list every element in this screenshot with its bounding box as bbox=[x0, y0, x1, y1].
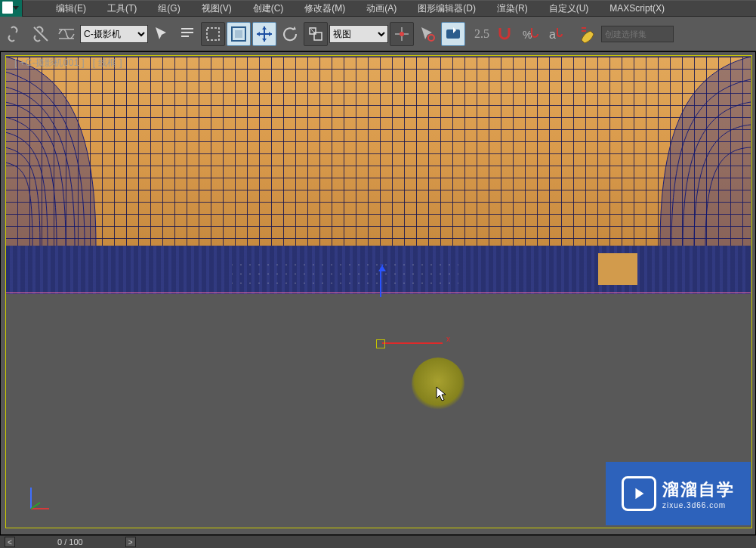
bind-spacewarp-icon[interactable] bbox=[54, 22, 79, 46]
watermark-url: zixue.3d66.com bbox=[662, 501, 735, 509]
rotate-icon[interactable] bbox=[278, 22, 302, 46]
main-toolbar: C-摄影机 视图 2.5 % a bbox=[0, 17, 756, 51]
svg-rect-0 bbox=[207, 28, 219, 40]
unlink-icon[interactable] bbox=[29, 22, 53, 46]
selection-region-icon[interactable] bbox=[201, 22, 225, 46]
scene-curve-right bbox=[637, 57, 751, 246]
use-pivot-icon[interactable] bbox=[390, 22, 414, 46]
menu-tools[interactable]: 工具(T) bbox=[97, 1, 147, 16]
edit-named-sel-icon[interactable] bbox=[575, 22, 600, 46]
menu-bar: 编辑(E) 工具(T) 组(G) 视图(V) 创建(C) 修改器(M) 动画(A… bbox=[0, 0, 756, 17]
svg-point-5 bbox=[400, 32, 404, 36]
scale-icon[interactable] bbox=[304, 22, 328, 46]
viewport-label[interactable]: [ +C-摄影机001 ] [ 线框 ] bbox=[14, 57, 122, 70]
viewport[interactable]: z x [ +C-摄影机001 ] [ 线框 ] 溜溜自学 zixue.3d66… bbox=[0, 51, 756, 535]
time-slider-bar: < 0 / 100 > bbox=[0, 535, 756, 548]
menu-rendering[interactable]: 渲染(R) bbox=[486, 1, 538, 16]
gizmo-z-axis bbox=[380, 270, 381, 297]
watermark-badge: 溜溜自学 zixue.3d66.com bbox=[606, 462, 751, 525]
select-manipulate-icon[interactable] bbox=[415, 22, 440, 46]
menu-modifiers[interactable]: 修改器(M) bbox=[294, 1, 356, 16]
menu-views[interactable]: 视图(V) bbox=[191, 1, 242, 16]
named-selection-input[interactable] bbox=[601, 26, 674, 42]
svg-text:a: a bbox=[549, 28, 556, 41]
scene-curve-left bbox=[5, 57, 119, 246]
app-menu-icon[interactable] bbox=[0, 0, 23, 17]
menu-maxscript[interactable]: MAXScript(X) bbox=[599, 1, 675, 16]
scene-strip bbox=[5, 246, 751, 294]
svg-text:%: % bbox=[523, 29, 532, 41]
scene-mesh-panel bbox=[5, 57, 751, 246]
menu-group[interactable]: 组(G) bbox=[147, 1, 190, 16]
svg-point-6 bbox=[428, 35, 434, 41]
menu-grapheditor[interactable]: 图形编辑器(D) bbox=[407, 1, 486, 16]
select-cursor-icon[interactable] bbox=[150, 22, 174, 46]
frame-counter: 0 / 100 bbox=[21, 537, 119, 546]
menu-edit[interactable]: 编辑(E) bbox=[45, 1, 97, 16]
angle-snap-icon[interactable]: % bbox=[518, 22, 542, 46]
link-icon[interactable] bbox=[3, 22, 27, 46]
time-scroll-right[interactable]: > bbox=[125, 537, 136, 547]
select-by-name-icon[interactable] bbox=[175, 22, 199, 46]
menu-customize[interactable]: 自定义(U) bbox=[538, 1, 600, 16]
move-icon[interactable] bbox=[252, 22, 276, 46]
snap-toggle-icon[interactable] bbox=[492, 22, 517, 46]
svg-rect-2 bbox=[235, 30, 242, 38]
viewport-selector[interactable]: C-摄影机 bbox=[80, 25, 148, 43]
window-crossing-icon[interactable] bbox=[227, 22, 251, 46]
menu-create[interactable]: 创建(C) bbox=[242, 1, 295, 16]
gizmo-z-label: z bbox=[380, 262, 384, 271]
ref-coord-selector[interactable]: 视图 bbox=[329, 25, 388, 43]
time-scroll-left[interactable]: < bbox=[5, 537, 15, 547]
snap-value-label: 2.5 bbox=[473, 27, 491, 41]
menu-animation[interactable]: 动画(A) bbox=[356, 1, 407, 16]
watermark-title: 溜溜自学 bbox=[662, 478, 735, 501]
keyboard-shortcut-icon[interactable] bbox=[441, 22, 465, 46]
watermark-play-icon bbox=[622, 476, 656, 511]
percent-snap-icon[interactable]: a bbox=[544, 22, 568, 46]
